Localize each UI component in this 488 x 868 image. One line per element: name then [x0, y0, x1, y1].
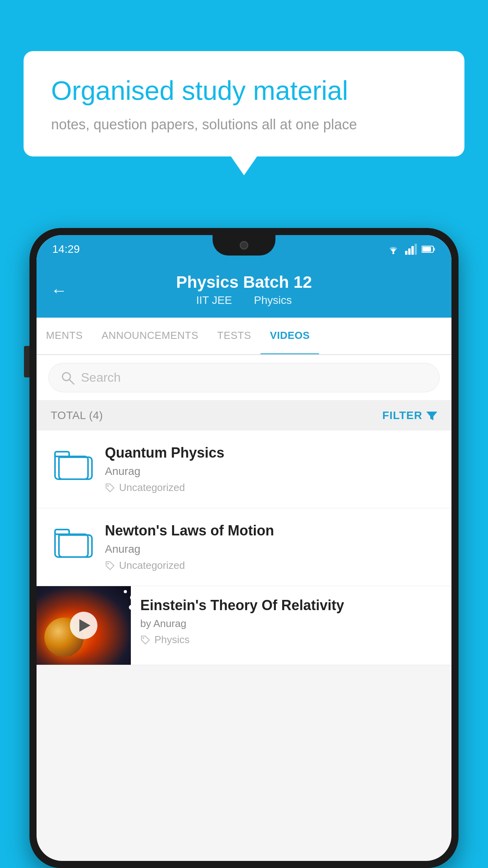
phone-wrapper: 14:29: [29, 228, 459, 868]
list-item[interactable]: Einstein's Theory Of Relativity by Anura…: [37, 586, 451, 665]
video-info: Newton's Laws of Motion Anurag Uncategor…: [105, 522, 440, 572]
wifi-icon: [386, 244, 400, 255]
header-subtitle: IIT JEE Physics: [52, 294, 436, 307]
video-info: Einstein's Theory Of Relativity by Anura…: [131, 586, 451, 657]
phone-screen: 14:29: [37, 235, 451, 861]
svg-line-9: [70, 380, 74, 384]
stars-graphic: [124, 590, 127, 593]
play-icon: [79, 619, 90, 632]
camera-dot: [240, 241, 248, 250]
video-tag: Uncategorized: [105, 559, 440, 572]
tag-icon: [105, 483, 115, 493]
list-item[interactable]: Quantum Physics Anurag Uncategorized: [37, 430, 451, 508]
svg-rect-2: [408, 248, 411, 255]
battery-icon: [422, 245, 436, 254]
folder-icon-wrapper: [48, 522, 95, 562]
filter-icon: [426, 410, 437, 421]
bubble-subtitle: notes, question papers, solutions all at…: [51, 116, 437, 133]
video-thumbnail: [37, 586, 131, 665]
play-button[interactable]: [70, 612, 97, 639]
total-count: TOTAL (4): [51, 409, 103, 422]
header-title: Physics Batch 12: [52, 273, 436, 292]
video-tag: Physics: [140, 634, 440, 646]
subtitle-right: Physics: [254, 294, 292, 306]
filter-button[interactable]: FILTER: [382, 409, 437, 422]
tag-label: Uncategorized: [119, 482, 185, 494]
video-title: Quantum Physics: [105, 445, 440, 461]
video-title: Newton's Laws of Motion: [105, 522, 440, 539]
notch: [213, 235, 275, 256]
folder-icon-wrapper: [48, 445, 95, 484]
back-button[interactable]: ←: [51, 282, 67, 299]
svg-rect-4: [415, 244, 417, 255]
tab-tests[interactable]: TESTS: [208, 318, 261, 355]
tag-icon: [105, 561, 115, 571]
subtitle-left: IIT JEE: [196, 294, 232, 306]
search-area: Search: [37, 355, 451, 401]
list-item[interactable]: Newton's Laws of Motion Anurag Uncategor…: [37, 508, 451, 586]
filter-row: TOTAL (4) FILTER: [37, 401, 451, 430]
svg-point-11: [107, 485, 109, 487]
status-bar: 14:29: [37, 235, 451, 263]
speech-bubble-area: Organised study material notes, question…: [24, 51, 464, 156]
phone-outer: 14:29: [29, 228, 459, 868]
video-tag: Uncategorized: [105, 482, 440, 494]
filter-label: FILTER: [382, 409, 422, 422]
tabs-bar: MENTS ANNOUNCEMENTS TESTS VIDEOS: [37, 318, 451, 355]
svg-point-12: [107, 563, 109, 565]
tab-videos[interactable]: VIDEOS: [261, 318, 319, 355]
signal-icon: [405, 244, 417, 255]
video-author: Anurag: [105, 465, 440, 478]
video-author: by Anurag: [140, 618, 440, 630]
tag-label: Uncategorized: [119, 559, 185, 572]
search-icon: [61, 371, 75, 385]
svg-rect-3: [411, 246, 414, 255]
tab-ments[interactable]: MENTS: [37, 318, 92, 355]
folder-icon: [54, 449, 90, 480]
speech-bubble: Organised study material notes, question…: [24, 51, 464, 156]
status-time: 14:29: [52, 243, 80, 256]
tag-icon: [140, 635, 150, 645]
video-title: Einstein's Theory Of Relativity: [140, 597, 440, 614]
svg-rect-1: [405, 251, 407, 255]
search-box[interactable]: Search: [48, 363, 440, 392]
svg-point-0: [393, 252, 394, 254]
bubble-title: Organised study material: [51, 75, 437, 107]
search-placeholder: Search: [81, 370, 121, 385]
tag-label: Physics: [154, 634, 190, 646]
svg-rect-7: [433, 248, 435, 251]
video-list: Quantum Physics Anurag Uncategorized: [37, 430, 451, 665]
svg-rect-6: [422, 247, 431, 252]
video-author: Anurag: [105, 543, 440, 555]
svg-marker-10: [426, 412, 437, 420]
svg-point-13: [143, 637, 144, 639]
status-icons: [386, 244, 436, 255]
app-header: ← Physics Batch 12 IIT JEE Physics: [37, 263, 451, 318]
tab-announcements[interactable]: ANNOUNCEMENTS: [92, 318, 208, 355]
folder-icon: [54, 526, 90, 558]
video-info: Quantum Physics Anurag Uncategorized: [105, 445, 440, 494]
